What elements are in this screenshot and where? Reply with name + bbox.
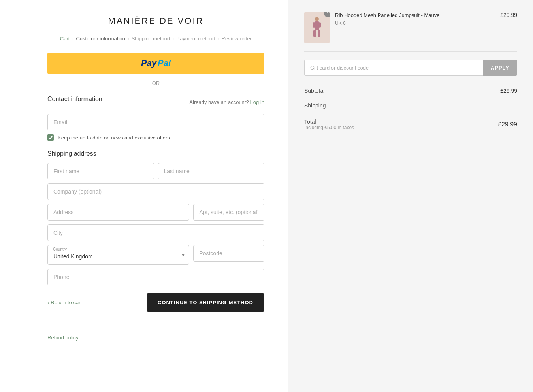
- country-postcode-row: Country United Kingdom ▾: [47, 245, 264, 265]
- svg-rect-5: [319, 22, 321, 28]
- total-label: Total Including £5.00 in taxes: [304, 119, 354, 130]
- address-col: [47, 204, 189, 220]
- product-variant: UK 6: [335, 21, 495, 26]
- phone-input[interactable]: [47, 269, 264, 285]
- login-link[interactable]: Log in: [250, 99, 264, 105]
- contact-info-header: Contact information Already have an acco…: [47, 96, 264, 108]
- already-account-text: Already have an account? Log in: [189, 99, 264, 105]
- order-summary-panel: 1 Rib Hooded Mesh Panelled Jumpsuit - Ma…: [288, 0, 533, 392]
- country-select[interactable]: United Kingdom: [47, 245, 189, 265]
- subtotal-row: Subtotal £29.99: [304, 84, 517, 98]
- shipping-row: Shipping —: [304, 98, 517, 113]
- shipping-label: Shipping: [304, 102, 326, 109]
- svg-rect-4: [313, 22, 315, 28]
- country-wrapper: Country United Kingdom ▾: [47, 245, 189, 265]
- country-label: Country: [53, 247, 67, 251]
- svg-rect-2: [313, 30, 316, 37]
- address-row: [47, 204, 264, 220]
- item-badge: 1: [324, 12, 330, 17]
- svg-rect-1: [315, 21, 319, 30]
- newsletter-row: Keep me up to date on news and exclusive…: [47, 134, 264, 141]
- discount-input[interactable]: [304, 60, 483, 76]
- paypal-button[interactable]: PayPal: [47, 53, 264, 74]
- breadcrumb-review: Review order: [222, 36, 252, 41]
- logo-text: MANIÈRE DE VOIR: [108, 16, 204, 26]
- address-input[interactable]: [47, 204, 189, 220]
- refund-policy-link[interactable]: Refund policy: [47, 335, 79, 341]
- product-figure: [311, 16, 323, 40]
- last-name-input[interactable]: [158, 163, 265, 179]
- continue-to-shipping-button[interactable]: CONTINUE TO SHIPPING METHOD: [147, 293, 264, 312]
- breadcrumb: Cart › Customer information › Shipping m…: [47, 36, 264, 41]
- svg-rect-3: [318, 30, 320, 37]
- apt-col: [193, 204, 264, 220]
- return-to-cart-link[interactable]: ‹ Return to cart: [47, 300, 82, 305]
- contact-section-title: Contact information: [47, 96, 102, 103]
- email-row: [47, 114, 264, 130]
- apt-input[interactable]: [193, 204, 264, 220]
- total-row: Total Including £5.00 in taxes £29.99: [304, 113, 517, 134]
- postcode-input[interactable]: [193, 245, 264, 262]
- shipping-value: —: [512, 102, 517, 109]
- product-price: £29.99: [500, 12, 517, 18]
- shipping-section-title: Shipping address: [47, 150, 264, 157]
- phone-row: [47, 269, 264, 285]
- first-name-input[interactable]: [47, 163, 154, 179]
- postcode-col: [193, 245, 264, 265]
- breadcrumb-customer-info: Customer information: [76, 36, 125, 41]
- breadcrumb-payment: Payment method: [176, 36, 215, 41]
- paypal-logo: PayPal: [141, 58, 171, 68]
- breadcrumb-sep-4: ›: [218, 36, 219, 41]
- logo: MANIÈRE DE VOIR: [47, 16, 264, 26]
- newsletter-label: Keep me up to date on news and exclusive…: [58, 135, 170, 141]
- discount-row: APPLY: [304, 60, 517, 76]
- breadcrumb-shipping: Shipping method: [132, 36, 170, 41]
- company-input[interactable]: [47, 183, 264, 200]
- city-row: [47, 224, 264, 241]
- breadcrumb-sep-3: ›: [172, 36, 174, 41]
- subtotal-label: Subtotal: [304, 88, 324, 94]
- company-row: [47, 183, 264, 200]
- breadcrumb-sep-1: ›: [72, 36, 73, 41]
- item-details: Rib Hooded Mesh Panelled Jumpsuit - Mauv…: [335, 12, 495, 26]
- product-image: 1: [304, 12, 330, 43]
- svg-point-0: [315, 17, 319, 21]
- breadcrumb-cart[interactable]: Cart: [60, 36, 70, 41]
- apply-discount-button[interactable]: APPLY: [483, 60, 517, 76]
- newsletter-checkbox[interactable]: [47, 134, 54, 141]
- email-input[interactable]: [47, 114, 264, 130]
- total-value: £29.99: [498, 121, 517, 128]
- or-divider: OR: [47, 80, 264, 86]
- product-name: Rib Hooded Mesh Panelled Jumpsuit - Mauv…: [335, 12, 495, 19]
- city-input[interactable]: [47, 224, 264, 241]
- subtotal-value: £29.99: [500, 88, 517, 94]
- footer-divider: [47, 328, 264, 328]
- order-item: 1 Rib Hooded Mesh Panelled Jumpsuit - Ma…: [304, 12, 517, 52]
- bottom-actions: ‹ Return to cart CONTINUE TO SHIPPING ME…: [47, 293, 264, 312]
- chevron-left-icon: ‹: [47, 300, 49, 305]
- name-row: [47, 163, 264, 179]
- breadcrumb-sep-2: ›: [128, 36, 129, 41]
